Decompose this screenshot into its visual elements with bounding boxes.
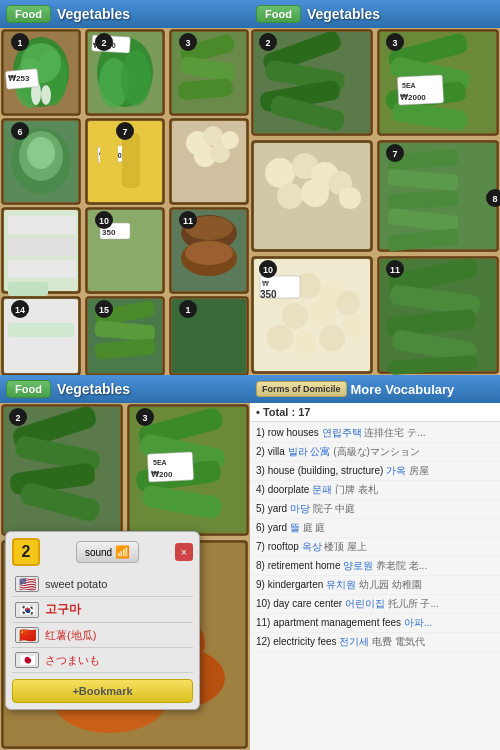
svg-point-30 [41,85,51,105]
top-right-scene: 5EA ₩2000 ₩ 350 2 3 7 8 10 11 [250,28,500,375]
svg-text:10: 10 [99,216,109,226]
bottom-left-title: Vegetables [57,381,130,397]
top-right-header: Food Vegetables [250,0,500,28]
domicile-badge[interactable]: Forms of Domicile [256,381,347,397]
popup-card: 2 sound 📶 × 🇺🇸 sweet potato 🇰🇷 고구마 🇨🇳 红薯… [5,531,200,710]
close-button[interactable]: × [175,543,193,561]
japanese-text: さつまいも [45,653,100,668]
popup-header: 2 sound 📶 × [12,538,193,566]
chinese-row: 🇨🇳 红薯(地瓜) [12,623,193,648]
chinese-text: 红薯(地瓜) [45,628,96,643]
svg-text:11: 11 [183,216,193,226]
vocab-item[interactable]: 7) rooftop 옥상 楼顶 屋上 [250,538,500,557]
svg-text:350: 350 [260,289,277,300]
vocab-item[interactable]: 6) yard 뜰 庭 庭 [250,519,500,538]
vocab-item[interactable]: 10) day care center 어린이집 托儿所 子... [250,595,500,614]
svg-rect-66 [8,341,74,355]
food-badge-bottom-left[interactable]: Food [6,380,51,398]
svg-text:3: 3 [392,38,397,48]
svg-text:₩2000: ₩2000 [400,93,426,102]
svg-rect-59 [8,282,48,296]
english-row: 🇺🇸 sweet potato [12,572,193,597]
svg-rect-57 [8,238,76,256]
svg-point-52 [221,131,239,149]
top-left-title: Vegetables [57,6,130,22]
svg-text:2: 2 [15,413,20,423]
svg-rect-56 [8,216,76,234]
svg-text:350: 350 [102,228,116,237]
bottom-left-header: Food Vegetables [0,375,250,403]
korea-flag: 🇰🇷 [15,602,39,618]
svg-text:5EA: 5EA [402,82,416,89]
svg-text:5EA: 5EA [153,459,167,466]
japan-flag: 🇯🇵 [15,652,39,668]
svg-text:7: 7 [392,149,397,159]
korean-row: 🇰🇷 고구마 [12,597,193,623]
svg-text:8: 8 [492,194,497,204]
svg-point-129 [343,314,367,338]
svg-point-126 [282,303,308,329]
vocab-item[interactable]: 12) electricity fees 전기세 电费 電気代 [250,633,500,652]
svg-point-127 [308,299,336,327]
top-section: Food Vegetables [0,0,500,375]
svg-text:14: 14 [15,305,25,315]
svg-text:₩253: ₩253 [8,74,30,83]
svg-text:2: 2 [265,38,270,48]
svg-text:3: 3 [142,413,147,423]
svg-text:2: 2 [101,38,106,48]
svg-rect-53 [100,128,118,188]
svg-rect-54 [122,133,140,188]
bottom-right-panel: Forms of Domicile More Vocabulary • Tota… [250,375,500,750]
china-flag: 🇨🇳 [15,627,39,643]
sound-icon: 📶 [115,545,130,559]
vocab-item[interactable]: 2) villa 빌라 公寓 (高級な)マンション [250,443,500,462]
svg-rect-55 [144,126,162,184]
svg-text:1: 1 [185,305,190,315]
svg-point-115 [301,179,329,207]
top-left-scene: ₩253 ₩1000 ₩2000 350 [0,28,250,375]
vocab-item[interactable]: 3) house (building, structure) 가옥 房屋 [250,462,500,481]
svg-point-114 [277,183,303,209]
korean-text: 고구마 [45,601,81,618]
svg-rect-65 [8,323,74,337]
japanese-row: 🇯🇵 さつまいも [12,648,193,673]
bottom-section: Food Vegetables [0,375,500,750]
top-left-header: Food Vegetables [0,0,250,28]
vocab-total: • Total : 17 [250,403,500,422]
vocab-item[interactable]: 8) retirement home 양로원 养老院 老... [250,557,500,576]
vocab-item[interactable]: 5) yard 마당 院子 中庭 [250,500,500,519]
sound-button[interactable]: sound 📶 [76,541,139,563]
svg-point-131 [293,331,317,355]
svg-text:1: 1 [17,38,22,48]
svg-text:15: 15 [99,305,109,315]
english-text: sweet potato [45,578,107,590]
svg-point-117 [339,187,361,209]
svg-point-132 [319,325,345,351]
top-right-panel[interactable]: Food Vegetables [250,0,500,375]
vocab-header: Forms of Domicile More Vocabulary [250,375,500,403]
svg-point-63 [185,241,233,265]
food-badge-top-right[interactable]: Food [256,5,301,23]
sound-label: sound [85,547,112,558]
vocab-item[interactable]: 9) kindergarten 유치원 幼儿园 幼稚園 [250,576,500,595]
vocab-list[interactable]: 1) row houses 연립주택 连排住宅 テ...2) villa 빌라 … [250,422,500,750]
svg-text:₩200: ₩200 [151,470,173,479]
food-badge-top-left[interactable]: Food [6,5,51,23]
svg-text:7: 7 [122,127,127,137]
svg-rect-58 [8,260,76,278]
vocab-title: More Vocabulary [351,382,455,397]
popup-number: 2 [12,538,40,566]
svg-text:₩: ₩ [262,280,269,287]
vocab-item[interactable]: 4) doorplate 문패 门牌 表札 [250,481,500,500]
svg-point-130 [267,325,293,351]
us-flag: 🇺🇸 [15,576,39,592]
top-left-panel[interactable]: Food Vegetables [0,0,250,375]
bookmark-button[interactable]: +Bookmark [12,679,193,703]
vocab-item[interactable]: 11) apartment management fees 아파... [250,614,500,633]
svg-point-39 [27,137,55,169]
svg-text:6: 6 [17,127,22,137]
svg-point-33 [121,50,151,106]
vocab-item[interactable]: 1) row houses 연립주택 连排住宅 テ... [250,424,500,443]
bottom-left-panel[interactable]: Food Vegetables [0,375,250,750]
svg-point-128 [336,291,360,315]
